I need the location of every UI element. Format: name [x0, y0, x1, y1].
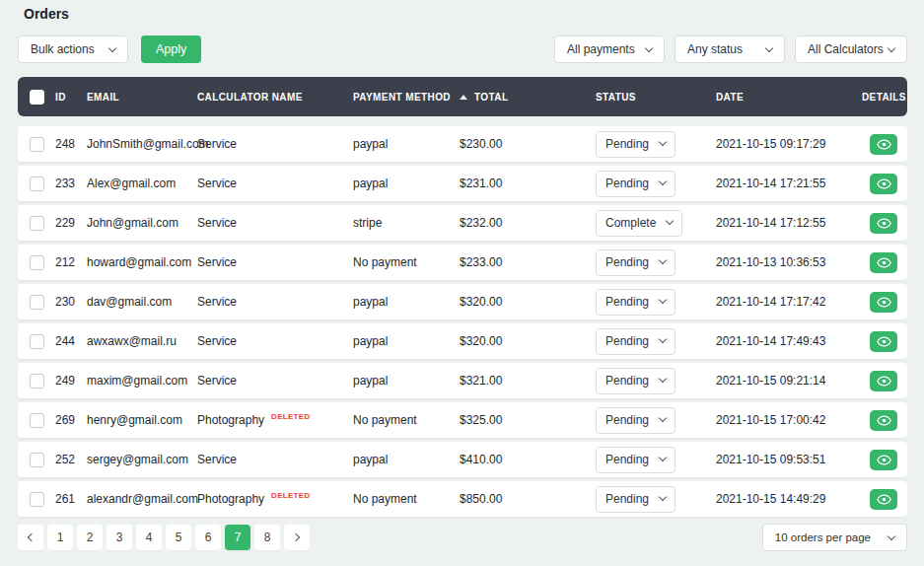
- row-checkbox[interactable]: [30, 334, 44, 349]
- chevron-down-icon: [659, 177, 667, 185]
- column-header-status[interactable]: STATUS: [596, 92, 716, 103]
- status-select[interactable]: Pending: [596, 131, 675, 158]
- row-checkbox[interactable]: [30, 413, 44, 428]
- calculators-filter-value: All Calculators: [808, 42, 884, 56]
- page-button-1[interactable]: 1: [47, 525, 73, 550]
- per-page-select[interactable]: 10 orders per page: [762, 524, 907, 551]
- table-row: 233 Alex@gmail.com Service paypal $231.0…: [18, 166, 907, 201]
- column-header-total[interactable]: TOTAL: [460, 92, 596, 103]
- eye-icon: [877, 376, 891, 387]
- order-total: $230.00: [460, 137, 596, 151]
- eye-icon: [877, 139, 891, 150]
- view-order-button[interactable]: [870, 292, 897, 313]
- column-header-payment-method[interactable]: PAYMENT METHOD: [353, 92, 460, 103]
- column-header-email[interactable]: EMAIL: [87, 92, 197, 103]
- status-select[interactable]: Complete: [596, 210, 682, 237]
- page-title: Orders: [24, 7, 907, 21]
- calculators-filter-select[interactable]: All Calculators: [795, 35, 907, 63]
- chevron-down-icon: [108, 43, 116, 51]
- status-select[interactable]: Pending: [596, 447, 675, 473]
- eye-icon: [877, 218, 891, 229]
- status-value: Pending: [605, 492, 649, 506]
- next-page-button[interactable]: [284, 525, 310, 550]
- status-select[interactable]: Pending: [596, 486, 675, 513]
- deleted-badge: DELETED: [271, 412, 310, 421]
- apply-button[interactable]: Apply: [141, 35, 201, 63]
- pagination-bar: 12345678 10 orders per page: [18, 524, 907, 551]
- row-checkbox[interactable]: [30, 453, 44, 467]
- view-order-button[interactable]: [870, 410, 897, 431]
- order-date: 2021-10-15 09:17:29: [716, 137, 862, 151]
- order-total: $850.00: [460, 492, 596, 506]
- view-order-button[interactable]: [870, 371, 897, 391]
- status-filter-value: Any status: [687, 42, 743, 56]
- order-total: $325.00: [460, 413, 596, 427]
- order-id: 229: [55, 216, 87, 230]
- table-body: 248 JohnSmith@gmail.com Service paypal $…: [18, 126, 907, 517]
- view-order-button[interactable]: [870, 174, 897, 194]
- status-filter-select[interactable]: Any status: [675, 35, 785, 63]
- bulk-actions-select[interactable]: Bulk actions: [18, 35, 128, 63]
- order-id: 249: [55, 374, 87, 388]
- row-checkbox[interactable]: [30, 492, 44, 507]
- page-button-8[interactable]: 8: [254, 525, 280, 550]
- page-button-6[interactable]: 6: [195, 525, 221, 550]
- select-all-checkbox[interactable]: [30, 90, 44, 105]
- view-order-button[interactable]: [870, 331, 897, 352]
- order-id: 233: [55, 177, 87, 190]
- order-id: 244: [55, 334, 87, 348]
- payment-method: No payment: [353, 492, 460, 506]
- payment-method: paypal: [353, 177, 460, 190]
- table-row: 249 maxim@gmail.com Service paypal $321.…: [18, 363, 907, 398]
- eye-icon: [877, 178, 891, 189]
- status-select[interactable]: Pending: [596, 249, 675, 276]
- page-button-4[interactable]: 4: [136, 525, 162, 550]
- status-select[interactable]: Pending: [596, 171, 675, 197]
- view-order-button[interactable]: [870, 489, 897, 510]
- order-total: $231.00: [460, 177, 596, 190]
- payment-method: No payment: [353, 255, 460, 269]
- payment-method: paypal: [353, 295, 460, 309]
- prev-page-button[interactable]: [18, 525, 43, 550]
- chevron-left-icon: [28, 533, 36, 541]
- status-value: Pending: [605, 413, 649, 427]
- status-select[interactable]: Pending: [596, 328, 675, 355]
- payments-filter-value: All payments: [567, 42, 635, 56]
- row-checkbox[interactable]: [30, 177, 44, 191]
- row-checkbox[interactable]: [30, 374, 44, 389]
- order-email: awxawx@mail.ru: [87, 334, 197, 348]
- column-header-id[interactable]: ID: [55, 92, 87, 103]
- status-select[interactable]: Pending: [596, 368, 675, 394]
- payment-method: No payment: [353, 413, 460, 427]
- view-order-button[interactable]: [870, 252, 897, 273]
- order-email: dav@gmail.com: [87, 295, 197, 309]
- calculator-name: Service: [197, 295, 237, 309]
- chevron-down-icon: [659, 296, 667, 304]
- page-button-3[interactable]: 3: [107, 525, 132, 550]
- payment-method: paypal: [353, 374, 460, 388]
- page-button-5[interactable]: 5: [166, 525, 191, 550]
- page-button-2[interactable]: 2: [77, 525, 103, 550]
- row-checkbox[interactable]: [30, 255, 44, 270]
- row-checkbox[interactable]: [30, 295, 44, 310]
- payments-filter-select[interactable]: All payments: [554, 35, 665, 63]
- order-id: 261: [55, 492, 87, 506]
- order-total: $233.00: [460, 255, 596, 269]
- status-select[interactable]: Pending: [596, 407, 675, 434]
- status-select[interactable]: Pending: [596, 289, 675, 316]
- view-order-button[interactable]: [870, 213, 897, 234]
- view-order-button[interactable]: [870, 450, 897, 470]
- column-header-date[interactable]: DATE: [716, 92, 862, 103]
- table-row: 261 alexandr@gmail.com Photography DELET…: [18, 481, 907, 517]
- sort-ascending-icon: [460, 95, 467, 100]
- row-checkbox[interactable]: [30, 137, 44, 152]
- column-header-calculator-name[interactable]: CALCULATOR NAME: [197, 92, 353, 103]
- view-order-button[interactable]: [870, 134, 897, 155]
- payment-method: paypal: [353, 137, 460, 151]
- payment-method: paypal: [353, 334, 460, 348]
- order-date: 2021-10-13 10:36:53: [716, 255, 862, 269]
- toolbar: Bulk actions Apply All payments Any stat…: [18, 35, 907, 63]
- page-button-7[interactable]: 7: [225, 525, 250, 550]
- row-checkbox[interactable]: [30, 216, 44, 231]
- chevron-right-icon: [292, 533, 300, 541]
